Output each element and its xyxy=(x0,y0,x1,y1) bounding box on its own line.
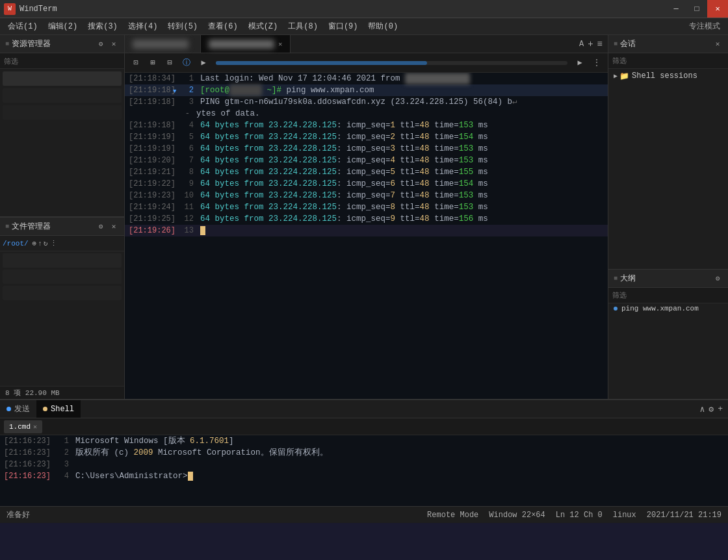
file-panel-title: 文件管理器 xyxy=(12,221,96,232)
shell-linenum-2: 2 xyxy=(55,447,74,459)
session-search-input[interactable] xyxy=(612,57,724,64)
outline-search-input[interactable] xyxy=(612,291,724,299)
left-sidebar: ■ 资源管理器 ⚙ ✕ ■ 文件管理器 ⚙ xyxy=(0,35,125,399)
shell-time-4: [21:16:23] xyxy=(0,470,55,482)
resource-panel: ■ 资源管理器 ⚙ ✕ xyxy=(0,35,124,217)
toolbar-scroll-right[interactable]: ▶ xyxy=(573,56,587,70)
resource-item-blurred-3 xyxy=(3,105,122,120)
shell-line-1: [21:16:23] 1 Microsoft Windows [版本 6.1.7… xyxy=(0,435,728,447)
term-line-10: [21:19:23] 10 64 bytes from 23.224.228.1… xyxy=(125,190,608,201)
resource-panel-actions: ⚙ ✕ xyxy=(96,39,119,49)
term-line-2: [21:19:18] 2▼ [root@host ~]# ping www.xm… xyxy=(125,84,608,96)
outline-search[interactable] xyxy=(608,288,728,303)
session-tree-shell[interactable]: ▶ 📁 Shell sessions xyxy=(608,69,728,83)
term-line-3-cont: - ytes of data. xyxy=(125,108,608,120)
toolbar-info[interactable]: ⓘ xyxy=(179,56,194,70)
resource-panel-header: ■ 资源管理器 ⚙ ✕ xyxy=(0,35,124,53)
shell-tab-dot xyxy=(43,407,47,411)
term-linenum-3: 3 xyxy=(179,96,199,108)
bottom-terminal[interactable]: [21:16:23] 1 Microsoft Windows [版本 6.1.7… xyxy=(0,435,728,506)
resource-search-input[interactable] xyxy=(4,55,120,67)
outline-item-ping[interactable]: ping www.xmpan.com xyxy=(608,303,728,314)
term-linenum-7: 7 xyxy=(179,155,199,166)
outline-panel: ■ 大纲 ⚙ ping www.xmpan.com xyxy=(608,269,728,399)
toolbar-play[interactable]: ▶ xyxy=(196,56,211,70)
term-time-11: [21:19:24] xyxy=(125,201,179,213)
outline-panel-title: 大纲 xyxy=(620,273,712,284)
session-search[interactable] xyxy=(608,53,728,69)
resource-search[interactable] xyxy=(0,53,124,69)
center-area: blurred_host blurred_host_2 ✕ A + ≡ ⊡ ⊞ … xyxy=(125,35,608,399)
file-icon: ■ xyxy=(5,223,9,230)
tab-1[interactable]: blurred_host_2 ✕ xyxy=(201,35,291,53)
term-linenum-8: 8 xyxy=(179,166,199,178)
sub-tab-1-close[interactable]: ✕ xyxy=(33,423,37,431)
menu-help[interactable]: 帮助(0) xyxy=(363,18,403,34)
toolbar-menu[interactable]: ⋮ xyxy=(590,56,604,70)
resource-close-icon[interactable]: ✕ xyxy=(109,39,119,49)
menu-search[interactable]: 搜索(3) xyxy=(83,18,123,34)
tab-menu-btn[interactable]: ≡ xyxy=(597,39,603,49)
menu-session[interactable]: 会话(1) xyxy=(3,18,43,34)
term-time-2: [21:19:18] xyxy=(125,84,179,96)
file-item-1 xyxy=(3,253,122,268)
tab-plus-btn[interactable]: + xyxy=(588,39,593,49)
toolbar-split-h[interactable]: ⊞ xyxy=(146,56,160,70)
file-nav-refresh[interactable]: ↻ xyxy=(44,239,48,248)
menu-mode[interactable]: 模式(Z) xyxy=(243,18,283,34)
bottom-tab-send[interactable]: 发送 xyxy=(0,400,36,418)
bottom-up-arrow[interactable]: ∧ xyxy=(700,404,705,414)
close-button[interactable]: ✕ xyxy=(707,0,728,18)
file-nav-more[interactable]: ⋮ xyxy=(50,239,57,248)
term-time-7: [21:19:20] xyxy=(125,155,179,166)
menu-goto[interactable]: 转到(5) xyxy=(162,18,203,34)
file-nav-up[interactable]: ⊕ xyxy=(32,239,37,248)
outline-gear-icon[interactable]: ⚙ xyxy=(712,274,723,284)
menu-bar: 会话(1) 编辑(2) 搜索(3) 选择(4) 转到(5) 查看(6) 模式(Z… xyxy=(0,18,728,35)
resource-gear-icon[interactable]: ⚙ xyxy=(96,39,106,49)
shell-time-3: [21:16:23] xyxy=(0,459,55,470)
file-gear-icon[interactable]: ⚙ xyxy=(96,222,106,232)
term-linenum-10: 10 xyxy=(179,190,199,201)
tab-0[interactable]: blurred_host xyxy=(125,35,201,53)
toolbar-new-tab[interactable]: ⊡ xyxy=(129,56,143,70)
right-sidebar: ■ 会话 ✕ ▶ 📁 Shell sessions ■ 大纲 xyxy=(608,35,728,399)
menu-select[interactable]: 选择(4) xyxy=(123,18,163,34)
bottom-panel: 发送 Shell ∧ ⚙ + 1.cmd ✕ [21:16:23] 1 Micr… xyxy=(0,399,728,506)
resource-panel-content xyxy=(0,69,124,216)
file-close-icon[interactable]: ✕ xyxy=(109,222,119,232)
session-folder-icon: 📁 xyxy=(619,71,629,81)
shell-linenum-1: 1 xyxy=(55,435,74,447)
tab-1-close[interactable]: ✕ xyxy=(278,40,282,48)
focus-mode-button[interactable]: 专注模式 xyxy=(684,21,725,32)
term-line-3: [21:19:18] 3 PING gtm-cn-n6w1u79sk0a.ddo… xyxy=(125,96,608,108)
term-linenum-2: 2▼ xyxy=(179,84,199,96)
maximize-button[interactable]: □ xyxy=(686,0,707,18)
file-panel: ■ 文件管理器 ⚙ ✕ /root/ ⊕ ↑ ↻ ⋮ 8 项 22.90 MB xyxy=(0,217,124,399)
cursor-block xyxy=(200,226,205,235)
bottom-gear-icon[interactable]: ⚙ xyxy=(708,404,714,414)
term-time-4: [21:19:18] xyxy=(125,120,179,131)
menu-edit[interactable]: 编辑(2) xyxy=(43,18,83,34)
bottom-plus-icon[interactable]: + xyxy=(718,404,723,414)
tab-1-label: blurred_host_2 xyxy=(209,40,274,49)
resource-item-blurred-2 xyxy=(3,88,122,103)
file-path: /root/ xyxy=(3,240,29,248)
resource-icon: ■ xyxy=(5,40,9,47)
minimize-button[interactable]: ─ xyxy=(666,0,686,18)
term-text-2: [root@host ~]# ping www.xmpan.com xyxy=(199,84,608,96)
bottom-tab-shell[interactable]: Shell xyxy=(36,400,81,418)
term-text-3: PING gtm-cn-n6w1u79sk0a.ddoswafcdn.xyz (… xyxy=(199,96,608,108)
toolbar-split-v[interactable]: ⊟ xyxy=(162,56,177,70)
menu-view[interactable]: 查看(6) xyxy=(203,18,243,34)
status-os: linux xyxy=(613,511,636,520)
shell-sub-tab-1cmd[interactable]: 1.cmd ✕ xyxy=(4,420,42,433)
menu-tools[interactable]: 工具(8) xyxy=(283,18,323,34)
session-panel-header: ■ 会话 ✕ xyxy=(608,35,728,53)
file-nav-arrow-up[interactable]: ↑ xyxy=(38,240,42,248)
toolbar-right: ▶ ⋮ xyxy=(573,56,604,70)
menu-window[interactable]: 窗口(9) xyxy=(323,18,363,34)
session-close-icon[interactable]: ✕ xyxy=(712,39,723,49)
file-panel-actions: ⚙ ✕ xyxy=(96,222,119,232)
terminal-content[interactable]: [21:18:34] 1 Last login: Wed Nov 17 12:0… xyxy=(125,73,608,399)
